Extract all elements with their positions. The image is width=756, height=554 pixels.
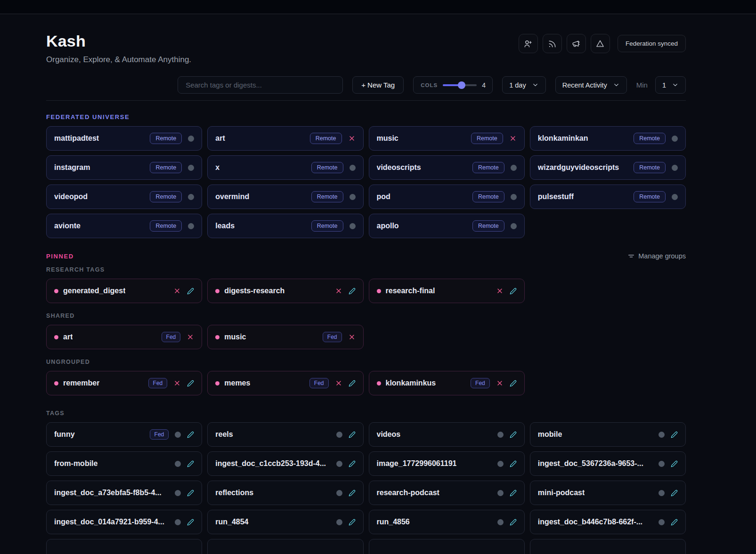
add-user-button[interactable] bbox=[519, 34, 538, 53]
federation-status-badge[interactable]: Federation synced bbox=[618, 35, 686, 52]
tag-card[interactable]: klonkaminkusFed bbox=[369, 371, 525, 395]
card-actions: Remote bbox=[634, 133, 678, 144]
edit-icon[interactable] bbox=[510, 431, 517, 438]
tag-card[interactable]: mini-podcast bbox=[530, 481, 686, 505]
tag-card[interactable]: artFed bbox=[46, 325, 202, 349]
card-actions: Fed bbox=[309, 378, 356, 388]
close-icon[interactable] bbox=[348, 333, 356, 341]
tag-card[interactable]: ingest_doc_c1ccb253-193d-4... bbox=[207, 451, 363, 476]
tag-card[interactable]: ingest_doc_b446c7b8-662f-... bbox=[530, 510, 686, 534]
edit-icon[interactable] bbox=[187, 460, 194, 467]
card-name: x bbox=[215, 163, 219, 172]
tag-card[interactable]: image_1772996061191 bbox=[369, 451, 525, 476]
federated-card[interactable]: xRemote bbox=[207, 155, 363, 180]
edit-icon[interactable] bbox=[671, 431, 678, 438]
tag-card[interactable]: generated_digest bbox=[46, 279, 202, 303]
tag-card[interactable]: reflections bbox=[207, 481, 363, 505]
federated-card[interactable]: overmindRemote bbox=[207, 185, 363, 209]
edit-icon[interactable] bbox=[187, 288, 194, 295]
federated-card[interactable]: artRemote bbox=[207, 126, 363, 151]
federated-card[interactable]: musicRemote bbox=[369, 126, 525, 151]
edit-icon[interactable] bbox=[187, 519, 194, 526]
tag-card[interactable]: memesFed bbox=[207, 371, 363, 395]
federated-card[interactable]: instagramRemote bbox=[46, 155, 202, 180]
cols-slider[interactable] bbox=[443, 81, 477, 89]
close-icon[interactable] bbox=[496, 379, 504, 387]
edit-icon[interactable] bbox=[187, 431, 194, 438]
tag-card[interactable]: ingest_doc_014a7921-b959-4... bbox=[46, 510, 202, 534]
tag-card[interactable]: from-mobile bbox=[46, 451, 202, 476]
alert-button[interactable] bbox=[591, 34, 610, 53]
tag-card[interactable]: rememberFed bbox=[46, 371, 202, 395]
tag-card[interactable]: mobile bbox=[530, 422, 686, 447]
federated-card[interactable]: apolloRemote bbox=[369, 214, 525, 238]
edit-icon[interactable] bbox=[510, 460, 517, 467]
card-actions bbox=[336, 519, 356, 526]
card-name: ingest_doc_5367236a-9653-... bbox=[538, 459, 643, 468]
federated-card[interactable]: klonkaminkanRemote bbox=[530, 126, 686, 151]
federated-card[interactable]: avionteRemote bbox=[46, 214, 202, 238]
edit-icon[interactable] bbox=[671, 460, 678, 467]
megaphone-button[interactable] bbox=[567, 34, 586, 53]
card-name: art bbox=[215, 134, 225, 143]
slider-knob[interactable] bbox=[458, 81, 465, 89]
tag-card[interactable]: research-podcast bbox=[369, 481, 525, 505]
edit-icon[interactable] bbox=[349, 519, 356, 526]
tag-card[interactable]: digests-research bbox=[207, 279, 363, 303]
tag-color-dot bbox=[54, 335, 58, 339]
federated-card[interactable]: mattipadtestRemote bbox=[46, 126, 202, 151]
federated-card[interactable]: podRemote bbox=[369, 185, 525, 209]
close-icon[interactable] bbox=[348, 135, 356, 142]
close-icon[interactable] bbox=[187, 333, 194, 341]
tag-card[interactable] bbox=[207, 539, 363, 554]
tag-card[interactable]: funnyFed bbox=[46, 422, 202, 447]
federated-card[interactable]: pulsestuffRemote bbox=[530, 185, 686, 209]
tag-card[interactable] bbox=[369, 539, 525, 554]
time-range-select[interactable]: 1 day bbox=[502, 76, 545, 94]
edit-icon[interactable] bbox=[671, 519, 678, 526]
edit-icon[interactable] bbox=[671, 490, 678, 497]
edit-icon[interactable] bbox=[510, 519, 517, 526]
edit-icon[interactable] bbox=[187, 490, 194, 497]
federated-card[interactable]: leadsRemote bbox=[207, 214, 363, 238]
sort-select[interactable]: Recent Activity bbox=[555, 76, 627, 94]
card-actions bbox=[496, 287, 517, 295]
tag-card[interactable]: ingest_doc_5367236a-9653-... bbox=[530, 451, 686, 476]
tag-card[interactable]: reels bbox=[207, 422, 363, 447]
edit-icon[interactable] bbox=[349, 380, 356, 387]
edit-icon[interactable] bbox=[510, 288, 517, 295]
header-actions: Federation synced bbox=[519, 34, 686, 53]
close-icon[interactable] bbox=[173, 379, 181, 387]
tag-card[interactable]: musicFed bbox=[207, 325, 363, 349]
new-tag-button[interactable]: + New Tag bbox=[352, 76, 404, 94]
edit-icon[interactable] bbox=[187, 380, 194, 387]
edit-icon[interactable] bbox=[510, 490, 517, 497]
search-input[interactable] bbox=[178, 76, 343, 94]
close-icon[interactable] bbox=[173, 287, 181, 295]
federated-card[interactable]: videopodRemote bbox=[46, 185, 202, 209]
tag-card[interactable]: ingest_doc_a73ebfa5-f8b5-4... bbox=[46, 481, 202, 505]
federated-card[interactable]: wizardguyvideoscriptsRemote bbox=[530, 155, 686, 180]
manage-groups-button[interactable]: Manage groups bbox=[627, 252, 686, 260]
tag-card[interactable] bbox=[530, 539, 686, 554]
tag-card[interactable]: research-final bbox=[369, 279, 525, 303]
close-icon[interactable] bbox=[335, 287, 342, 295]
remote-badge: Remote bbox=[634, 133, 666, 144]
edit-icon[interactable] bbox=[510, 380, 517, 387]
edit-icon[interactable] bbox=[349, 431, 356, 438]
min-select[interactable]: 1 bbox=[655, 76, 686, 94]
federated-grid: mattipadtestRemoteartRemotemusicRemotekl… bbox=[46, 126, 686, 238]
tag-card[interactable]: run_4856 bbox=[369, 510, 525, 534]
close-icon[interactable] bbox=[496, 287, 504, 295]
close-icon[interactable] bbox=[335, 379, 342, 387]
tag-card[interactable] bbox=[46, 539, 202, 554]
edit-icon[interactable] bbox=[349, 460, 356, 467]
federated-card[interactable]: videoscriptsRemote bbox=[369, 155, 525, 180]
tag-card[interactable]: videos bbox=[369, 422, 525, 447]
tag-card[interactable]: run_4854 bbox=[207, 510, 363, 534]
card-name: videopod bbox=[54, 193, 88, 201]
edit-icon[interactable] bbox=[349, 490, 356, 497]
edit-icon[interactable] bbox=[349, 288, 356, 295]
rss-button[interactable] bbox=[543, 34, 562, 53]
close-icon[interactable] bbox=[509, 135, 517, 142]
